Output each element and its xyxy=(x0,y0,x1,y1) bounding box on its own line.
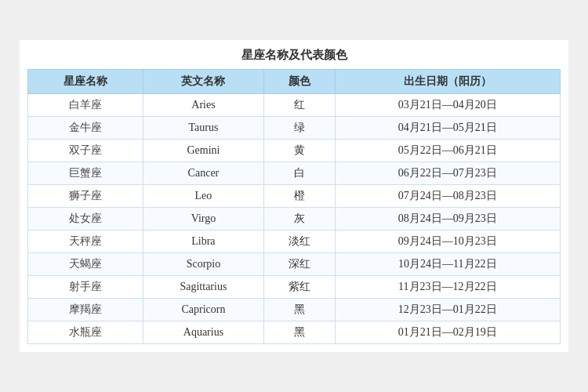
cell-date: 12月23日—01月22日 xyxy=(335,299,560,321)
cell-en: Capricorn xyxy=(143,299,264,321)
cell-date: 05月22日—06月21日 xyxy=(335,140,560,162)
cell-zh: 摩羯座 xyxy=(28,299,143,321)
cell-date: 10月24日—11月22日 xyxy=(335,253,560,276)
cell-date: 11月23日—12月22日 xyxy=(335,276,560,299)
cell-color: 灰 xyxy=(264,208,335,230)
cell-color: 淡红 xyxy=(264,230,335,253)
cell-color: 绿 xyxy=(264,117,335,140)
table-row: 天蝎座Scorpio深红10月24日—11月22日 xyxy=(28,253,561,276)
table-row: 巨蟹座Cancer白06月22日—07月23日 xyxy=(28,162,561,185)
cell-en: Leo xyxy=(143,185,264,208)
page-title: 星座名称及代表颜色 xyxy=(27,48,561,63)
cell-date: 08月24日—09月23日 xyxy=(335,208,560,230)
cell-zh: 天蝎座 xyxy=(28,253,143,276)
cell-zh: 双子座 xyxy=(28,140,143,162)
cell-en: Aquarius xyxy=(143,321,264,344)
cell-color: 红 xyxy=(264,94,335,117)
cell-date: 09月24日—10月23日 xyxy=(335,230,560,253)
cell-en: Sagittarius xyxy=(143,276,264,299)
cell-en: Aries xyxy=(143,94,264,117)
table-row: 狮子座Leo橙07月24日—08月23日 xyxy=(28,185,561,208)
cell-date: 07月24日—08月23日 xyxy=(335,185,560,208)
col-header-en: 英文名称 xyxy=(143,70,264,94)
cell-color: 黑 xyxy=(264,321,335,344)
col-header-date: 出生日期（阳历） xyxy=(335,70,560,94)
table-row: 摩羯座Capricorn黑12月23日—01月22日 xyxy=(28,299,561,321)
cell-zh: 狮子座 xyxy=(28,185,143,208)
table-row: 天秤座Libra淡红09月24日—10月23日 xyxy=(28,230,561,253)
cell-en: Scorpio xyxy=(143,253,264,276)
cell-zh: 巨蟹座 xyxy=(28,162,143,185)
table-row: 射手座Sagittarius紫红11月23日—12月22日 xyxy=(28,276,561,299)
cell-color: 深红 xyxy=(264,253,335,276)
table-header-row: 星座名称 英文名称 颜色 出生日期（阳历） xyxy=(28,70,561,94)
table-row: 水瓶座Aquarius黑01月21日—02月19日 xyxy=(28,321,561,344)
cell-en: Taurus xyxy=(143,117,264,140)
cell-zh: 处女座 xyxy=(28,208,143,230)
main-container: 星座名称及代表颜色 星座名称 英文名称 颜色 出生日期（阳历） 白羊座Aries… xyxy=(20,40,568,352)
table-row: 金牛座Taurus绿04月21日—05月21日 xyxy=(28,117,561,140)
col-header-color: 颜色 xyxy=(264,70,335,94)
table-row: 处女座Virgo灰08月24日—09月23日 xyxy=(28,208,561,230)
cell-zh: 白羊座 xyxy=(28,94,143,117)
cell-zh: 天秤座 xyxy=(28,230,143,253)
cell-date: 06月22日—07月23日 xyxy=(335,162,560,185)
cell-date: 03月21日—04月20日 xyxy=(335,94,560,117)
cell-color: 黑 xyxy=(264,299,335,321)
cell-en: Libra xyxy=(143,230,264,253)
col-header-zh: 星座名称 xyxy=(28,70,143,94)
cell-en: Gemini xyxy=(143,140,264,162)
cell-color: 白 xyxy=(264,162,335,185)
cell-date: 04月21日—05月21日 xyxy=(335,117,560,140)
table-row: 双子座Gemini黄05月22日—06月21日 xyxy=(28,140,561,162)
cell-color: 橙 xyxy=(264,185,335,208)
cell-date: 01月21日—02月19日 xyxy=(335,321,560,344)
cell-zh: 水瓶座 xyxy=(28,321,143,344)
cell-zh: 金牛座 xyxy=(28,117,143,140)
table-row: 白羊座Aries红03月21日—04月20日 xyxy=(28,94,561,117)
cell-color: 紫红 xyxy=(264,276,335,299)
zodiac-table: 星座名称 英文名称 颜色 出生日期（阳历） 白羊座Aries红03月21日—04… xyxy=(27,69,561,344)
cell-en: Virgo xyxy=(143,208,264,230)
cell-zh: 射手座 xyxy=(28,276,143,299)
cell-en: Cancer xyxy=(143,162,264,185)
cell-color: 黄 xyxy=(264,140,335,162)
